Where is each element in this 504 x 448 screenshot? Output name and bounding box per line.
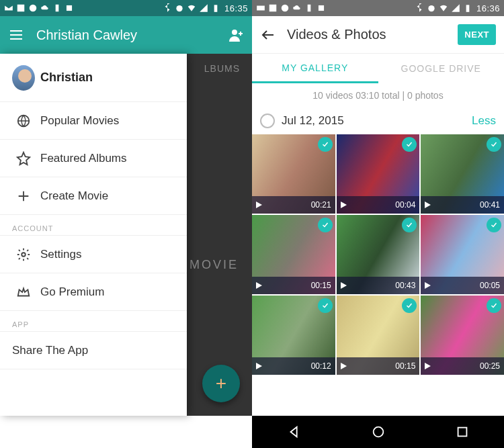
duration: 00:15	[311, 281, 331, 290]
signal-icon	[199, 3, 208, 13]
alarm-icon	[427, 3, 436, 13]
play-icon	[256, 201, 262, 208]
gear-icon	[16, 247, 31, 262]
duration: 00:05	[480, 281, 500, 290]
play-icon	[341, 282, 347, 289]
wifi-icon	[187, 3, 196, 13]
check-icon	[318, 298, 333, 313]
duration: 00:15	[395, 361, 415, 371]
right-screenshot: 16:36 Videos & Photos NEXT MY GALLERY GO…	[252, 0, 504, 448]
video-thumb[interactable]: 00:15	[337, 296, 420, 375]
thumb-bar: 00:21	[252, 196, 335, 214]
android-nav	[252, 416, 504, 448]
drawer-settings[interactable]: Settings	[0, 236, 187, 273]
nav-home-icon[interactable]	[371, 424, 386, 439]
star-icon	[16, 151, 31, 166]
drawer-user-row[interactable]: Christian	[0, 54, 187, 102]
appbar-title: Christian Cawley	[36, 28, 137, 43]
play-icon	[341, 363, 347, 369]
svg-rect-16	[458, 428, 466, 437]
play-icon	[256, 363, 262, 369]
plus-icon	[16, 189, 31, 204]
photo-icon	[16, 3, 26, 13]
app-bar: Christian Cawley	[0, 16, 252, 54]
alarm-icon	[175, 3, 184, 13]
duration: 00:41	[480, 200, 500, 210]
play-icon	[425, 363, 431, 369]
video-thumb[interactable]: 00:04	[337, 134, 420, 214]
tab-google-drive[interactable]: GOOGLE DRIVE	[378, 54, 505, 83]
duration: 00:43	[395, 281, 415, 290]
svg-rect-2	[56, 5, 59, 12]
drawer-section-app: APP	[0, 311, 187, 332]
play-icon	[256, 282, 262, 289]
bluetooth-icon	[415, 3, 424, 13]
user-name: Christian	[40, 71, 93, 85]
svg-rect-12	[308, 5, 311, 12]
app-bar: Videos & Photos NEXT	[252, 16, 504, 54]
next-button[interactable]: NEXT	[458, 24, 496, 45]
gmail-icon	[4, 3, 13, 13]
thumb-bar: 00:43	[337, 277, 420, 294]
drawer-featured-albums[interactable]: Featured Albums	[0, 140, 187, 177]
less-toggle[interactable]: Less	[472, 114, 496, 128]
photo-icon	[268, 3, 278, 13]
video-thumb[interactable]: 00:21	[252, 134, 335, 214]
thumb-bar: 00:15	[337, 357, 420, 375]
notif-icon	[317, 3, 326, 13]
date-label: Jul 12, 2015	[282, 114, 344, 128]
clock: 16:35	[224, 3, 248, 13]
gmail-icon	[256, 3, 265, 13]
phone-icon	[280, 3, 290, 13]
back-icon[interactable]	[260, 27, 276, 43]
drawer-popular-movies[interactable]: Popular Movies	[0, 102, 187, 140]
video-thumb[interactable]: 00:41	[421, 134, 504, 214]
svg-rect-14	[466, 5, 470, 11]
tab-my-gallery[interactable]: MY GALLERY	[252, 54, 378, 83]
drawer-create-movie[interactable]: Create Movie	[0, 177, 187, 215]
video-thumb[interactable]: 00:15	[252, 215, 335, 294]
phone-icon	[28, 3, 38, 13]
duration: 00:12	[311, 361, 331, 371]
thumb-bar: 00:12	[252, 357, 335, 375]
thumb-bar: 00:15	[252, 277, 335, 294]
video-thumb[interactable]: 00:05	[421, 215, 504, 294]
battery-icon	[463, 3, 472, 13]
left-screenshot: 16:35 Christian Cawley LBUMS MOVIE + Chr…	[0, 0, 252, 448]
tabs: MY GALLERY GOOGLE DRIVE	[252, 54, 504, 83]
svg-point-11	[282, 5, 289, 12]
check-icon	[487, 137, 501, 152]
duration: 00:04	[395, 200, 415, 210]
fab-add[interactable]: +	[202, 365, 240, 402]
menu-icon[interactable]	[8, 27, 24, 43]
check-icon	[318, 137, 333, 152]
wifi-icon	[439, 3, 448, 13]
cloud-icon	[40, 3, 50, 13]
nav-recent-icon[interactable]	[455, 424, 470, 439]
svg-rect-0	[17, 5, 25, 12]
bluetooth-icon	[163, 3, 172, 13]
date-header: Jul 12, 2015 Less	[252, 107, 504, 134]
drawer-go-premium[interactable]: Go Premium	[0, 273, 187, 311]
signal-icon	[451, 3, 460, 13]
svg-point-3	[176, 5, 182, 11]
nav-back-icon[interactable]	[287, 424, 302, 439]
add-friend-icon[interactable]	[228, 27, 244, 43]
cloud-icon	[292, 3, 302, 13]
drawer-section-account: ACCOUNT	[0, 215, 187, 236]
drawer-share-app[interactable]: Share The App	[0, 332, 187, 369]
thumb-bar: 00:41	[421, 196, 504, 214]
check-icon	[487, 298, 501, 313]
thumb-bar: 00:05	[421, 277, 504, 294]
device-icon	[304, 3, 314, 13]
svg-rect-4	[214, 5, 218, 11]
check-icon	[318, 218, 333, 232]
video-thumb[interactable]: 00:25	[421, 296, 504, 375]
video-thumb[interactable]: 00:12	[252, 296, 335, 375]
status-bar: 16:35	[0, 0, 252, 16]
play-icon	[341, 201, 347, 208]
battery-icon	[211, 3, 220, 13]
select-all-ring[interactable]	[260, 114, 275, 128]
video-thumb[interactable]: 00:43	[337, 215, 420, 294]
check-icon	[487, 218, 501, 232]
